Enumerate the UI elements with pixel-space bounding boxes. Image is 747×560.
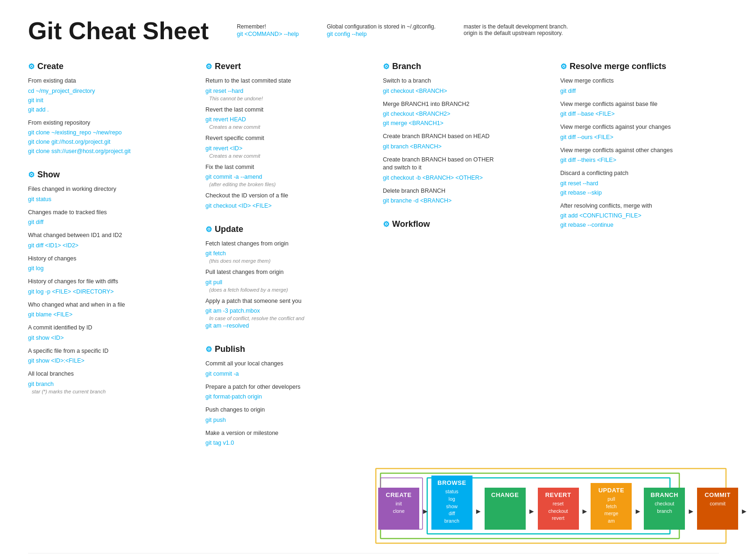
revert-cmd-4: git commit -a --amend <box>205 172 364 182</box>
branch-item-2: Merge BRANCH1 into BRANCH2 git checkout … <box>383 100 542 128</box>
branch-icon: ⚙ <box>383 62 389 71</box>
update-cmd-3: git am -3 patch.mbox <box>205 306 364 315</box>
wf-commit-label: COMMIT <box>705 491 731 498</box>
update-icon: ⚙ <box>205 225 212 234</box>
main-content: ⚙ Create From existing data cd ~/my_proj… <box>28 62 719 462</box>
show-item-8: A specific file from a specific ID git s… <box>28 347 187 366</box>
branch-label: Branch <box>392 62 421 71</box>
show-cmd-2: git diff <box>28 217 187 227</box>
revert-desc-5: Checkout the ID version of a file <box>205 192 364 200</box>
branch-desc-4: Create branch BRANCH based on OTHERand s… <box>383 156 542 172</box>
show-item-5: History of changes for file with diffs g… <box>28 278 187 296</box>
show-desc-9: All local branches <box>28 370 187 378</box>
wf-create-items: initclone <box>393 500 404 515</box>
revert-cmd-2: git revert HEAD <box>205 115 364 124</box>
publish-icon: ⚙ <box>205 345 212 354</box>
resolve-cmd-1: git diff <box>560 86 719 96</box>
create-desc-1: From existing data <box>28 77 187 85</box>
branch-item-4: Create branch BRANCH based on OTHERand s… <box>383 156 542 182</box>
show-cmd-9: git branch <box>28 379 187 389</box>
wf-box-create: CREATE initclone <box>378 488 419 530</box>
col3: ⚙ Branch Switch to a branch git checkout… <box>383 62 542 243</box>
revert-item-5: Checkout the ID version of a file git ch… <box>205 192 364 210</box>
section-update-title: ⚙ Update <box>205 224 364 234</box>
branch-desc-2: Merge BRANCH1 into BRANCH2 <box>383 100 542 109</box>
publish-desc-1: Commit all your local changes <box>205 360 364 368</box>
create-cmd-1b: git init <box>28 96 187 105</box>
header-note-1: Remember! git <COMMAND> --help <box>237 23 299 39</box>
resolve-desc-2: View merge conflicts against base file <box>560 100 719 109</box>
note2-cmd: git config --help <box>327 30 436 39</box>
resolve-desc-4: View merge conflicts against other chang… <box>560 147 719 155</box>
wf-arrow-3: ► <box>527 507 536 530</box>
section-revert-title: ⚙ Revert <box>205 62 364 71</box>
show-desc-2: Changes made to tracked files <box>28 209 187 217</box>
header-note-3: master is the default development branch… <box>464 23 568 36</box>
revert-note-3: Creates a new commit <box>209 153 364 159</box>
show-item-6: Who changed what and when in a file git … <box>28 301 187 320</box>
section-update: ⚙ Update Fetch latest changes from origi… <box>205 224 364 331</box>
resolve-label: Resolve merge conflicts <box>570 62 666 71</box>
revert-item-4: Fix the last commit git commit -a --amen… <box>205 163 364 188</box>
wf-box-browse: BROWSE statuslogshowdiffbranch <box>431 476 472 530</box>
publish-item-3: Push changes to origin git push <box>205 406 364 425</box>
col1: ⚙ Create From existing data cd ~/my_proj… <box>28 62 187 408</box>
create-label: Create <box>37 62 63 71</box>
create-cmd-1c: git add . <box>28 105 187 114</box>
show-cmd-7: git show <ID> <box>28 333 187 343</box>
update-desc-1: Fetch latest changes from origin <box>205 240 364 248</box>
update-cmd-2: git pull <box>205 278 364 287</box>
publish-cmd-3: git push <box>205 415 364 425</box>
wf-browse-label: BROWSE <box>437 479 466 486</box>
wf-box-revert: REVERT resetcheckoutrevert <box>538 488 579 530</box>
show-cmd-3: git diff <ID1> <ID2> <box>28 241 187 250</box>
show-cmd-1: git status <box>28 195 187 204</box>
branch-desc-3: Create branch BRANCH based on HEAD <box>383 133 542 141</box>
update-note-2: (does a fetch followed by a merge) <box>209 287 364 293</box>
branch-item-1: Switch to a branch git checkout <BRANCH> <box>383 77 542 96</box>
note3-text: master is the default development branch… <box>464 23 568 30</box>
update-cmd-1: git fetch <box>205 249 364 258</box>
create-item-2: From existing repository git clone ~/exi… <box>28 119 187 156</box>
create-cmd-2b: git clone git://host.org/project.git <box>28 137 187 147</box>
wf-browse-items: statuslogshowdiffbranch <box>444 488 459 525</box>
note4-text: origin is the default upstream repositor… <box>464 30 563 36</box>
wf-branch-items: checkoutbranch <box>655 500 674 515</box>
resolve-icon: ⚙ <box>560 62 567 71</box>
show-item-4: History of changes git log <box>28 255 187 273</box>
revert-item-1: Return to the last commited state git re… <box>205 77 364 101</box>
wf-box-commit: COMMIT commit <box>697 488 738 530</box>
update-label: Update <box>215 224 243 234</box>
resolve-cmd-6b: git rebase --continue <box>560 220 719 230</box>
show-desc-4: History of changes <box>28 255 187 263</box>
revert-item-2: Revert the last commit git revert HEAD C… <box>205 106 364 130</box>
resolve-desc-6: After resolving conflicts, merge with <box>560 202 719 210</box>
col4: ⚙ Resolve merge conflicts View merge con… <box>560 62 719 244</box>
update-desc-3: Apply a patch that someone sent you <box>205 297 364 306</box>
resolve-cmd-6a: git add <CONFLICTING_FILE> <box>560 211 719 220</box>
revert-cmd-5: git checkout <ID> <FILE> <box>205 201 364 210</box>
update-desc-2: Pull latest changes from origin <box>205 268 364 277</box>
update-item-1: Fetch latest changes from origin git fet… <box>205 240 364 264</box>
section-create-title: ⚙ Create <box>28 62 187 71</box>
header-note-2: Global configuration is stored in ~/.git… <box>327 23 436 39</box>
show-item-7: A commit identified by ID git show <ID> <box>28 324 187 343</box>
workflow-boxes-row: CREATE initclone ► BROWSE statuslogshowd… <box>374 466 728 534</box>
workflow-label: Workflow <box>392 219 430 229</box>
revert-cmd-3: git revert <ID> <box>205 144 364 153</box>
resolve-item-1: View merge conflicts git diff <box>560 77 719 96</box>
wf-arrow-2: ► <box>474 507 483 530</box>
resolve-cmd-3: git diff --ours <FILE> <box>560 133 719 142</box>
section-workflow: ⚙ Workflow <box>383 219 542 229</box>
section-resolve: ⚙ Resolve merge conflicts View merge con… <box>560 62 719 230</box>
show-desc-3: What changed between ID1 and ID2 <box>28 231 187 240</box>
publish-desc-3: Push changes to origin <box>205 406 364 414</box>
resolve-cmd-5a: git reset --hard <box>560 179 719 188</box>
resolve-desc-3: View merge conflicts against your change… <box>560 123 719 132</box>
section-show: ⚙ Show Files changed in working director… <box>28 170 187 394</box>
show-item-2: Changes made to tracked files git diff <box>28 209 187 227</box>
update-item-3: Apply a patch that someone sent you git … <box>205 297 364 331</box>
show-desc-1: Files changed in working directory <box>28 185 187 194</box>
branch-desc-5: Delete branch BRANCH <box>383 187 542 196</box>
publish-item-4: Make a version or milestone git tag v1.0 <box>205 429 364 448</box>
